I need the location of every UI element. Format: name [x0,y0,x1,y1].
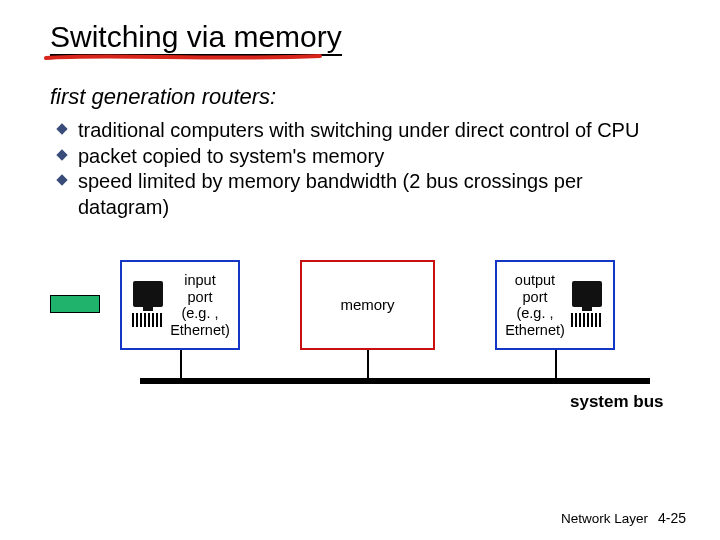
bus-drop [555,350,557,378]
bus-drop [367,350,369,378]
system-bus-line [140,378,650,384]
bullet-item: packet copied to system's memory [56,144,670,170]
title-block: Switching via memory [50,20,342,56]
bullet-text: traditional computers with switching und… [78,119,639,141]
bullet-text: packet copied to system's memory [78,145,384,167]
input-port-label: input port (e.g. , Ethernet) [170,272,230,339]
bullet-text: speed limited by memory bandwidth (2 bus… [78,170,583,218]
diamond-icon [56,123,67,134]
input-port-box: input port (e.g. , Ethernet) [120,260,240,350]
diamond-icon [56,149,67,160]
memory-label: memory [340,297,394,314]
system-bus-label: system bus [570,392,664,412]
bullet-item: traditional computers with switching und… [56,118,670,144]
packet-icon [50,295,100,313]
ethernet-port-icon [569,275,605,335]
diamond-icon [56,175,67,186]
output-port-label: output port (e.g. , Ethernet) [505,272,565,339]
footer-chapter: Network Layer [561,511,648,526]
ethernet-port-icon [130,275,166,335]
footer-page: 4-25 [658,510,686,526]
bullet-list: traditional computers with switching und… [56,118,670,220]
switching-diagram: input port (e.g. , Ethernet) memory outp… [50,250,670,420]
section-subhead: first generation routers: [50,84,670,110]
memory-box: memory [300,260,435,350]
output-port-box: output port (e.g. , Ethernet) [495,260,615,350]
slide-title: Switching via memory [50,20,342,56]
bus-drop [180,350,182,378]
bullet-item: speed limited by memory bandwidth (2 bus… [56,169,670,220]
slide-footer: Network Layer 4-25 [561,510,686,526]
